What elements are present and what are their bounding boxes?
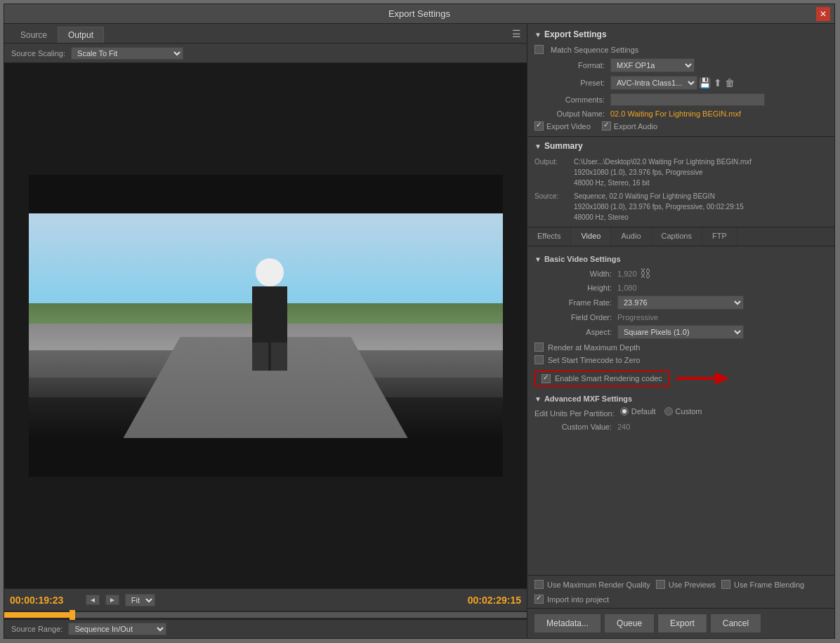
default-radio-label: Default bbox=[631, 407, 656, 416]
preset-save-btn[interactable]: 💾 bbox=[697, 77, 712, 88]
summary-source-row: Source: Sequence, 02.0 Waiting For Light… bbox=[534, 191, 827, 223]
tab-effects[interactable]: Effects bbox=[527, 227, 571, 246]
video-settings-scroll: ▼ Basic Video Settings Width: 1,920 ⛓ He… bbox=[527, 246, 834, 575]
tab-output[interactable]: Output bbox=[58, 27, 104, 43]
smart-render-checkbox[interactable] bbox=[542, 374, 551, 383]
bottom-checks: Use Maximum Render Quality Use Previews … bbox=[527, 575, 834, 608]
match-seq-row: Match Sequence Settings bbox=[534, 45, 827, 54]
advanced-mxf-header: ▼ Advanced MXF Settings bbox=[534, 395, 827, 403]
custom-radio-item: Custom bbox=[664, 407, 702, 416]
import-into-project-checkbox[interactable] bbox=[534, 595, 544, 604]
figure-body bbox=[252, 286, 287, 343]
use-previews-label: Use Previews bbox=[669, 581, 716, 589]
export-video-item: Export Video bbox=[534, 121, 591, 131]
export-video-checkbox[interactable] bbox=[534, 121, 544, 131]
queue-button[interactable]: Queue bbox=[605, 614, 654, 632]
smart-render-row: Enable Smart Rendering codec bbox=[534, 368, 827, 389]
svg-marker-1 bbox=[715, 372, 729, 385]
source-range-bar: Source Range: Sequence In/Out bbox=[4, 619, 527, 638]
video-frame bbox=[29, 213, 503, 438]
scrubber-area[interactable] bbox=[4, 611, 527, 619]
adv-mxf-triangle[interactable]: ▼ bbox=[534, 395, 542, 403]
summary-collapse-triangle[interactable]: ▼ bbox=[534, 142, 542, 150]
close-button[interactable]: ✕ bbox=[816, 7, 830, 21]
default-radio-item: Default bbox=[620, 407, 656, 416]
prev-frame-btn[interactable]: ◄ bbox=[86, 595, 100, 605]
frame-rate-select[interactable]: 23.976 bbox=[617, 296, 744, 310]
source-scaling-select[interactable]: Scale To Fit bbox=[71, 47, 183, 60]
advanced-mxf-title: Advanced MXF Settings bbox=[544, 395, 632, 403]
preset-label: Preset: bbox=[534, 79, 605, 87]
render-max-depth-row: Render at Maximum Depth bbox=[534, 343, 827, 352]
default-radio[interactable] bbox=[620, 407, 629, 416]
left-tab-bar: Source Output ☰ bbox=[4, 24, 527, 44]
edit-units-radio-group: Default Custom bbox=[620, 407, 702, 416]
fit-select[interactable]: Fit bbox=[125, 594, 155, 606]
use-frame-blending-checkbox[interactable] bbox=[721, 580, 730, 589]
preset-select[interactable]: AVC-Intra Class1... bbox=[610, 76, 697, 90]
edit-units-row: Edit Units Per Partition: Default Custom bbox=[534, 407, 827, 419]
scrubber-bar[interactable] bbox=[4, 612, 527, 618]
red-arrow-svg bbox=[676, 368, 733, 389]
width-row: Width: 1,920 ⛓ bbox=[534, 267, 827, 280]
tab-video[interactable]: Video bbox=[571, 227, 611, 246]
match-seq-checkbox[interactable] bbox=[534, 45, 544, 54]
timeline-controls: 00:00:19:23 ◄ ► Fit 00:02:29:15 bbox=[4, 588, 527, 611]
timecode-end: 00:02:29:15 bbox=[468, 595, 521, 606]
preset-delete-btn[interactable]: 🗑 bbox=[723, 77, 736, 88]
basic-video-header: ▼ Basic Video Settings bbox=[534, 255, 827, 263]
collapse-triangle[interactable]: ▼ bbox=[534, 31, 542, 39]
custom-value-label: Custom Value: bbox=[534, 423, 612, 431]
export-audio-checkbox[interactable] bbox=[602, 121, 611, 131]
source-range-select[interactable]: Sequence In/Out bbox=[68, 623, 166, 635]
right-panel: ▼ Export Settings Match Sequence Setting… bbox=[527, 24, 834, 638]
start-timecode-checkbox[interactable] bbox=[534, 355, 544, 364]
aspect-select[interactable]: Square Pixels (1.0) bbox=[617, 325, 744, 339]
basic-video-title: Basic Video Settings bbox=[544, 255, 621, 263]
metadata-button[interactable]: Metadata... bbox=[534, 614, 601, 632]
comments-input[interactable] bbox=[610, 93, 765, 106]
title-bar: Export Settings ✕ bbox=[4, 4, 834, 24]
use-max-render-quality-checkbox[interactable] bbox=[534, 580, 544, 589]
use-previews-checkbox[interactable] bbox=[656, 580, 665, 589]
field-order-row: Field Order: Progressive bbox=[534, 313, 827, 322]
next-frame-btn[interactable]: ► bbox=[105, 595, 119, 605]
format-row: Format: MXF OP1a bbox=[534, 58, 827, 72]
output-name-link[interactable]: 02.0 Waiting For Lightning BEGIN.mxf bbox=[610, 110, 741, 118]
format-select[interactable]: MXF OP1a bbox=[610, 58, 695, 72]
export-settings-dialog: Export Settings ✕ Source Output ☰ Source… bbox=[4, 4, 835, 639]
comments-label: Comments: bbox=[534, 95, 605, 104]
cancel-button[interactable]: Cancel bbox=[711, 614, 761, 632]
tab-ftp[interactable]: FTP bbox=[702, 227, 737, 246]
output-name-label: Output Name: bbox=[534, 110, 605, 118]
preview-black-bottom bbox=[29, 438, 503, 477]
render-max-depth-label: Render at Maximum Depth bbox=[548, 343, 640, 352]
use-max-render-quality-item: Use Maximum Render Quality bbox=[534, 580, 650, 589]
summary-output-value: C:\User...\Desktop\02.0 Waiting For Ligh… bbox=[574, 157, 752, 188]
custom-radio[interactable] bbox=[664, 407, 673, 416]
source-scaling-label: Source Scaling: bbox=[11, 49, 65, 58]
match-seq-label: Match Sequence Settings bbox=[551, 46, 638, 54]
tab-audio[interactable]: Audio bbox=[611, 227, 651, 246]
preset-import-btn[interactable]: ⬆ bbox=[712, 77, 723, 88]
figure bbox=[242, 258, 298, 371]
tab-captions[interactable]: Captions bbox=[652, 227, 702, 246]
panel-tabs: Effects Video Audio Captions FTP bbox=[527, 227, 834, 246]
source-range-label: Source Range: bbox=[11, 625, 63, 633]
start-timecode-row: Set Start Timecode to Zero bbox=[534, 355, 827, 364]
basic-video-triangle[interactable]: ▼ bbox=[534, 256, 542, 263]
import-into-project-label: Import into project bbox=[547, 595, 609, 604]
comments-row: Comments: bbox=[534, 93, 827, 106]
render-max-depth-checkbox[interactable] bbox=[534, 343, 544, 352]
summary-content: Output: C:\User...\Desktop\02.0 Waiting … bbox=[534, 157, 827, 223]
export-section-title: Export Settings bbox=[544, 29, 607, 39]
export-check-row: Export Video Export Audio bbox=[534, 121, 827, 131]
height-label: Height: bbox=[534, 284, 612, 292]
export-button[interactable]: Export bbox=[658, 614, 707, 632]
scrubber-thumb[interactable] bbox=[70, 610, 75, 620]
left-panel: Source Output ☰ Source Scaling: Scale To… bbox=[4, 24, 527, 638]
preview-container bbox=[4, 63, 527, 588]
tab-menu-icon[interactable]: ☰ bbox=[512, 28, 521, 39]
tab-source[interactable]: Source bbox=[10, 27, 58, 43]
red-arrow-indicator bbox=[676, 368, 733, 389]
